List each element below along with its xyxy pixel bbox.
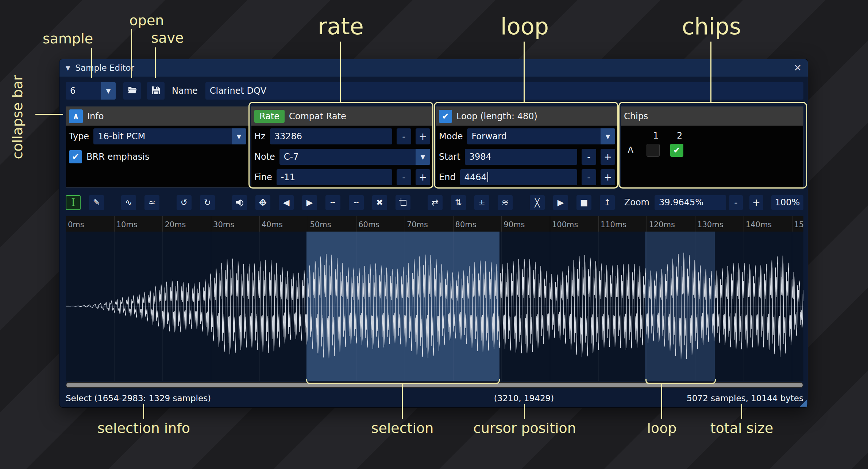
invert-button[interactable]: ⇅ [451,195,466,210]
window-collapse-icon[interactable]: ▼ [66,65,70,71]
timeline-ruler[interactable]: 0ms10ms20ms30ms40ms50ms60ms70ms80ms90ms1… [66,216,803,232]
trim-icon [399,198,408,207]
name-input[interactable]: Clarinet DQV [205,82,803,100]
loop-end-decrease-button[interactable]: - [582,169,596,185]
stop-button[interactable]: ■ [576,195,591,210]
loop-mode-label: Mode [439,131,463,142]
chip-1-checkbox[interactable] [647,144,660,157]
waveform-canvas [66,232,803,381]
reverse-button[interactable]: ⇄ [428,195,443,210]
preview-button[interactable]: ▶ [553,195,568,210]
fine-value: -11 [281,172,295,182]
annotation-chips: chips [682,13,741,40]
filter-button[interactable]: ≋ [498,195,513,210]
window-title: Sample Editor [75,63,134,73]
insert-silence-button[interactable]: ╌ [325,195,340,210]
chevron-down-icon[interactable]: ▼ [416,149,430,165]
close-icon[interactable]: ✕ [794,62,802,73]
resize-button[interactable]: ∿ [121,195,136,210]
amplify-button[interactable] [232,195,247,210]
timeline-tick [550,216,550,232]
apply-silence-button[interactable]: ╍ [349,195,364,210]
toolbar-separator [521,197,521,208]
scrollbar-thumb[interactable] [66,383,803,387]
loop-end-input[interactable]: 4464 [460,169,577,185]
page-background: ▼ Sample Editor ✕ 6 ▼ Name Clarinet DQV [0,0,868,469]
timeline-tick [453,216,454,232]
rate-panel: Rate Compat Rate Hz 33286 - + Note [251,106,433,187]
loop-start-decrease-button[interactable]: - [582,149,596,165]
fine-decrease-button[interactable]: - [397,169,411,185]
info-panel-header: ∧ Info [66,107,249,126]
loop-mode-dropdown[interactable]: Forward ▼ [467,128,615,144]
annotation-loop-bottom: loop [647,420,676,436]
resample-button[interactable]: ≈ [144,195,159,210]
loop-start-increase-button[interactable]: + [601,149,615,165]
note-label: Note [254,152,275,162]
fine-increase-button[interactable]: + [416,169,430,185]
sign-invert-button[interactable]: ± [474,195,489,210]
delete-button[interactable]: ✖ [372,195,387,210]
trim-button[interactable] [396,195,410,210]
sample-number-value: 6 [66,82,101,100]
timeline-label: 10ms [116,220,138,229]
titlebar[interactable]: ▼ Sample Editor ✕ [59,59,808,77]
name-value: Clarinet DQV [210,86,266,96]
loop-end-increase-button[interactable]: + [601,169,615,185]
create-instrument-button[interactable]: ↥ [600,195,615,210]
brr-emphasis-label: BRR emphasis [86,152,149,162]
select-tool-button[interactable]: I [66,195,81,210]
timeline-tick [792,216,792,232]
status-bar: Select (1654-2983: 1329 samples) (3210, … [66,388,803,408]
zoom-out-button[interactable]: - [729,195,743,210]
sample-header-row: 6 ▼ Name Clarinet DQV [66,82,803,100]
hz-increase-button[interactable]: + [416,128,430,144]
hz-decrease-button[interactable]: - [397,128,411,144]
timeline-label: 40ms [262,220,283,229]
zoom-reset-button[interactable]: 100% [771,195,803,210]
timeline-label: 120ms [649,220,675,229]
zoom-controls: Zoom 39.9645% - + 100% [624,195,803,210]
hz-label: Hz [254,131,266,142]
rate-button[interactable]: Rate [254,110,285,123]
collapse-info-button[interactable]: ∧ [69,109,83,123]
fade-out-button[interactable]: ▶ [302,195,317,210]
fade-in-button[interactable]: ◀ [279,195,294,210]
total-size-text: 5072 samples, 10144 bytes [687,394,803,403]
cursor-position-text: (3210, 19429) [494,394,554,403]
chevron-down-icon[interactable]: ▼ [232,128,246,144]
save-button[interactable] [147,82,165,100]
undo-button[interactable]: ↺ [177,195,192,210]
horizontal-scrollbar[interactable] [66,382,803,388]
draw-tool-button[interactable]: ✎ [89,195,104,210]
toolbar-buttons: I✎∿≈↺↻◀▶╌╍✖⇄⇅±≋╳▶■↥ [66,195,615,210]
panels-row: ∧ Info Type 16-bit PCM ▼ ✔ [66,106,803,187]
chevron-down-icon[interactable]: ▼ [601,128,615,144]
hz-input[interactable]: 33286 [270,128,392,144]
note-dropdown[interactable]: C-7 ▼ [279,149,430,165]
timeline-tick [211,216,211,232]
crossfade-button[interactable]: ╳ [530,195,545,210]
loop-enable-checkbox[interactable]: ✔ [439,110,452,123]
open-button[interactable] [123,82,141,100]
sample-selector[interactable]: 6 ▼ [66,82,116,100]
normalize-button[interactable] [255,195,270,210]
fine-input[interactable]: -11 [277,169,392,185]
resize-grip[interactable] [800,399,807,407]
info-panel-title: Info [87,111,104,121]
brr-emphasis-checkbox[interactable]: ✔ [69,150,82,163]
sample-editor-window: ▼ Sample Editor ✕ 6 ▼ Name Clarinet DQV [59,59,808,408]
type-dropdown[interactable]: 16-bit PCM ▼ [93,128,246,144]
loop-start-label: Start [439,152,460,162]
rate-panel-header: Rate Compat Rate [251,107,433,126]
redo-button[interactable]: ↻ [200,195,215,210]
zoom-input[interactable]: 39.9645% [655,195,726,210]
timeline-label: 80ms [455,220,477,229]
loop-start-input[interactable]: 3984 [465,149,577,165]
waveform-display[interactable] [66,232,803,381]
chevron-down-icon[interactable]: ▼ [101,82,116,100]
chip-2-checkbox[interactable]: ✔ [670,144,683,157]
rate-panel-title: Compat Rate [289,111,346,121]
zoom-in-button[interactable]: + [749,195,763,210]
timeline-tick [647,216,647,232]
